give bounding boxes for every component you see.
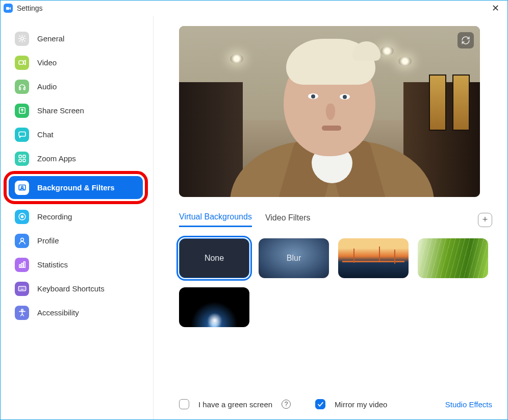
background-tile-earth[interactable] <box>179 287 249 327</box>
sidebar-item-share-screen[interactable]: Share Screen <box>9 99 147 122</box>
svg-rect-10 <box>19 159 21 162</box>
keyboard-icon <box>15 282 29 296</box>
tab-label: Virtual Backgrounds <box>179 212 252 221</box>
sidebar-item-label: Audio <box>37 82 57 91</box>
svg-point-1 <box>20 37 23 40</box>
svg-rect-19 <box>23 262 25 267</box>
svg-marker-3 <box>23 60 26 65</box>
preview-scene <box>179 26 480 197</box>
sidebar-item-label: General <box>37 34 64 43</box>
add-background-button[interactable]: + <box>478 213 492 227</box>
share-icon <box>15 104 29 118</box>
background-tile-bridge[interactable] <box>338 238 409 278</box>
background-tile-label: Blur <box>287 254 301 263</box>
background-icon <box>15 181 29 195</box>
backgrounds-grid: NoneBlur <box>179 238 492 327</box>
sidebar-item-recording[interactable]: Recording <box>9 205 147 228</box>
profile-icon <box>15 234 29 248</box>
video-icon <box>15 56 29 70</box>
sidebar-item-label: Profile <box>37 236 59 245</box>
tab-label: Video Filters <box>265 213 311 222</box>
studio-effects-link[interactable]: Studio Effects <box>445 400 492 409</box>
rotate-camera-icon <box>461 36 470 45</box>
sidebar-item-label: Background & Filters <box>37 183 115 192</box>
plus-icon: + <box>482 214 488 225</box>
svg-point-21 <box>21 309 23 311</box>
mirror-video-label: Mirror my video <box>335 400 387 409</box>
svg-rect-17 <box>19 265 20 268</box>
svg-point-13 <box>21 186 23 188</box>
sidebar-item-label: Zoom Apps <box>37 154 76 163</box>
tab-virtual-backgrounds[interactable]: Virtual Backgrounds <box>179 212 252 227</box>
svg-rect-11 <box>22 159 25 162</box>
sidebar-item-video[interactable]: Video <box>9 51 147 74</box>
sidebar-item-keyboard-shortcuts[interactable]: Keyboard Shortcuts <box>9 277 147 300</box>
svg-rect-20 <box>18 286 26 291</box>
tab-video-filters[interactable]: Video Filters <box>265 213 311 227</box>
accessibility-icon <box>15 306 29 320</box>
sidebar-item-accessibility[interactable]: Accessibility <box>9 301 147 324</box>
svg-rect-5 <box>23 88 25 90</box>
svg-rect-18 <box>21 263 23 268</box>
background-tile-blur[interactable]: Blur <box>259 238 329 278</box>
svg-rect-0 <box>6 7 9 10</box>
sidebar-item-label: Video <box>37 58 57 67</box>
chat-icon <box>15 128 29 142</box>
gear-icon <box>15 32 29 46</box>
sidebar-item-label: Accessibility <box>37 308 79 317</box>
apps-icon <box>15 152 29 166</box>
audio-icon <box>15 80 29 94</box>
svg-rect-2 <box>19 61 23 64</box>
sidebar-item-general[interactable]: General <box>9 27 147 50</box>
sidebar-item-statistics[interactable]: Statistics <box>9 253 147 276</box>
svg-point-16 <box>20 238 23 241</box>
sidebar-item-chat[interactable]: Chat <box>9 123 147 146</box>
video-preview <box>179 26 480 197</box>
svg-rect-7 <box>19 132 26 137</box>
recording-icon <box>15 210 29 224</box>
svg-point-15 <box>20 215 23 218</box>
sidebar-item-audio[interactable]: Audio <box>9 75 147 98</box>
background-tile-label: None <box>205 254 224 263</box>
svg-rect-9 <box>22 155 25 158</box>
sidebar-item-background-filters[interactable]: Background & Filters <box>9 176 143 199</box>
titlebar: Settings ✕ <box>1 1 507 16</box>
close-button[interactable]: ✕ <box>486 1 504 15</box>
options-row: I have a green screen ? Mirror my video … <box>179 399 492 409</box>
background-tile-none[interactable]: None <box>179 238 249 278</box>
sidebar-item-zoom-apps[interactable]: Zoom Apps <box>9 147 147 170</box>
app-icon <box>4 4 13 13</box>
green-screen-help[interactable]: ? <box>282 400 291 409</box>
help-icon: ? <box>285 401 288 408</box>
rotate-camera-button[interactable] <box>458 32 474 48</box>
sidebar-item-label: Share Screen <box>37 106 84 115</box>
check-icon <box>317 401 324 408</box>
main-panel: Virtual Backgrounds Video Filters + None… <box>154 16 507 420</box>
mirror-video-checkbox[interactable] <box>315 399 325 409</box>
sidebar-item-label: Chat <box>37 130 54 139</box>
svg-rect-4 <box>19 88 20 90</box>
green-screen-label: I have a green screen <box>198 400 272 409</box>
sidebar-item-label: Statistics <box>37 260 68 269</box>
tabs-row: Virtual Backgrounds Video Filters + <box>179 212 492 227</box>
svg-rect-8 <box>19 155 21 158</box>
sidebar-item-label: Keyboard Shortcuts <box>37 284 105 293</box>
window-title: Settings <box>17 4 43 12</box>
sidebar-item-profile[interactable]: Profile <box>9 229 147 252</box>
close-icon: ✕ <box>492 3 499 14</box>
sidebar: GeneralVideoAudioShare ScreenChatZoom Ap… <box>1 16 154 420</box>
svg-rect-12 <box>19 185 26 190</box>
stats-icon <box>15 258 29 272</box>
background-tile-grass[interactable] <box>418 238 488 278</box>
green-screen-checkbox[interactable] <box>179 399 189 409</box>
sidebar-item-label: Recording <box>37 212 72 221</box>
